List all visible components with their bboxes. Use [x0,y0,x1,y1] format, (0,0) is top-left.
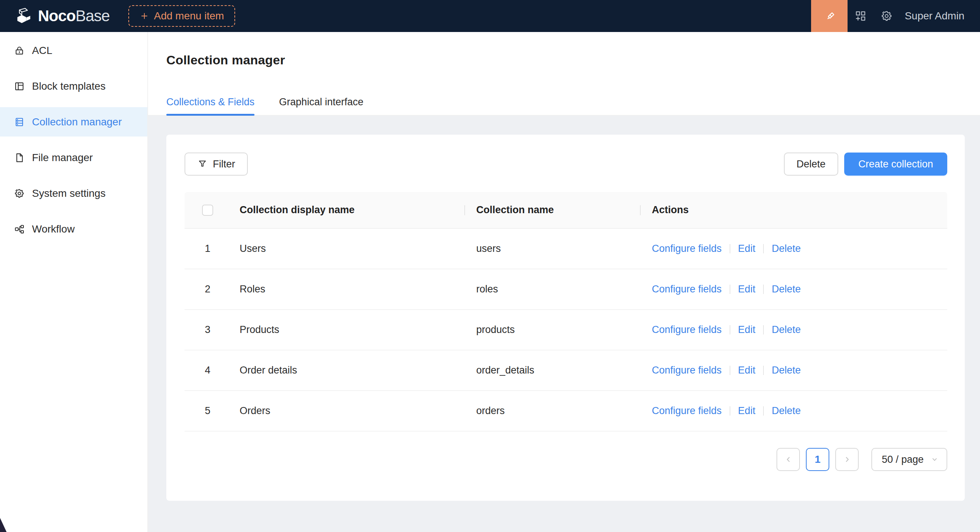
cell-actions: Configure fieldsEditDelete [640,324,947,335]
row-index: 1 [185,243,231,254]
edit-link[interactable]: Edit [738,243,756,254]
cell-name: products [465,324,640,335]
page-size-select[interactable]: 50 / page [871,448,947,471]
database-icon [14,116,25,128]
column-header-name: Collection name [465,204,640,216]
table-row: 5 Orders orders Configure fieldsEditDele… [185,391,947,432]
row-index: 4 [185,365,231,376]
header-actions: Super Admin [811,0,980,32]
main-area: Collection manager Collections & Fields … [148,32,980,532]
table-row: 4 Order details order_details Configure … [185,351,947,391]
cell-name: users [465,243,640,254]
nocobase-logo-text: NocoBase [38,8,110,24]
sidebar-item-label: Collection manager [32,116,122,128]
table-body: 1 Users users Configure fieldsEditDelete… [185,229,947,432]
chevron-right-icon [843,455,852,464]
sidebar-item-acl[interactable]: ACL [0,36,147,65]
chevron-down-icon [931,455,939,464]
ui-editor-button[interactable] [811,0,848,32]
cell-actions: Configure fieldsEditDelete [640,243,947,254]
content-area: Filter Delete Create collection Collecti… [148,116,980,532]
edit-link[interactable]: Edit [738,324,756,335]
column-header-actions: Actions [640,204,947,216]
create-collection-button[interactable]: Create collection [844,152,947,176]
tab-bar: Collections & Fields Graphical interface [148,95,980,116]
sidebar-item-label: ACL [32,44,52,57]
delete-link[interactable]: Delete [772,283,801,295]
cell-actions: Configure fieldsEditDelete [640,283,947,295]
settings-button[interactable] [873,0,900,32]
prev-page-button[interactable] [776,448,800,471]
row-index: 2 [185,283,231,295]
row-index: 3 [185,324,231,335]
sidebar-item-collection-manager[interactable]: Collection manager [0,107,147,137]
edit-link[interactable]: Edit [738,365,756,376]
configure-fields-link[interactable]: Configure fields [652,365,722,376]
app-header: NocoBase Add menu item [0,0,980,32]
table-row: 3 Products products Configure fieldsEdit… [185,310,947,351]
sidebar-item-label: File manager [32,152,93,164]
filter-button[interactable]: Filter [185,152,248,176]
action-divider [730,325,730,335]
sidebar-item-block-templates[interactable]: Block templates [0,71,147,101]
tab-collections-fields[interactable]: Collections & Fields [166,95,255,115]
pagination: 1 50 / page [185,448,947,471]
cell-display-name: Products [231,324,465,335]
page-size-value: 50 / page [882,454,924,465]
column-header-display-name: Collection display name [231,204,465,216]
action-divider [730,406,730,416]
page-title: Collection manager [166,51,980,68]
table-row: 1 Users users Configure fieldsEditDelete [185,229,947,269]
chevron-left-icon [784,455,793,464]
sidebar: ACL Block templates [0,32,148,532]
delete-link[interactable]: Delete [772,365,801,376]
cell-display-name: Order details [231,365,465,376]
plugin-manager-button[interactable] [848,0,873,32]
lock-icon [14,45,25,56]
delete-link[interactable]: Delete [772,243,801,254]
gear-icon [14,188,25,199]
delete-button[interactable]: Delete [784,152,838,176]
configure-fields-link[interactable]: Configure fields [652,324,722,335]
configure-fields-link[interactable]: Configure fields [652,243,722,254]
configure-fields-link[interactable]: Configure fields [652,405,722,416]
collections-card: Filter Delete Create collection Collecti… [166,135,965,501]
layout-icon [14,81,25,92]
user-menu[interactable]: Super Admin [905,10,964,22]
cell-display-name: Users [231,243,465,254]
file-icon [14,152,25,163]
table-toolbar: Filter Delete Create collection [185,152,947,176]
edit-link[interactable]: Edit [738,283,756,295]
delete-link[interactable]: Delete [772,324,801,335]
cell-display-name: Orders [231,405,465,417]
highlighter-icon [822,9,836,23]
add-menu-item-button[interactable]: Add menu item [128,5,235,27]
action-divider [763,244,764,253]
select-all-checkbox[interactable] [202,205,213,216]
cell-name: orders [465,405,640,417]
sidebar-item-label: Workflow [32,223,75,235]
collections-table: Collection display name Collection name … [185,192,947,432]
cell-display-name: Roles [231,283,465,295]
configure-fields-link[interactable]: Configure fields [652,283,722,295]
partition-icon [14,224,25,235]
sidebar-item-file-manager[interactable]: File manager [0,143,147,172]
row-index: 5 [185,405,231,417]
gear-icon [880,10,893,22]
sidebar-item-workflow[interactable]: Workflow [0,214,147,244]
action-divider [730,244,730,253]
nocobase-logo: NocoBase [14,6,110,26]
sidebar-item-system-settings[interactable]: System settings [0,179,147,208]
action-divider [730,284,730,294]
edit-link[interactable]: Edit [738,405,756,416]
funnel-icon [197,159,208,169]
page-header: Collection manager Collections & Fields … [148,32,980,116]
action-divider [763,366,764,375]
delete-link[interactable]: Delete [772,405,801,416]
tab-graphical-interface[interactable]: Graphical interface [279,95,363,115]
action-divider [763,325,764,335]
page-number-button[interactable]: 1 [806,448,829,471]
table-header-row: Collection display name Collection name … [185,192,947,229]
next-page-button[interactable] [835,448,859,471]
app-root: NocoBase Add menu item [0,0,980,532]
